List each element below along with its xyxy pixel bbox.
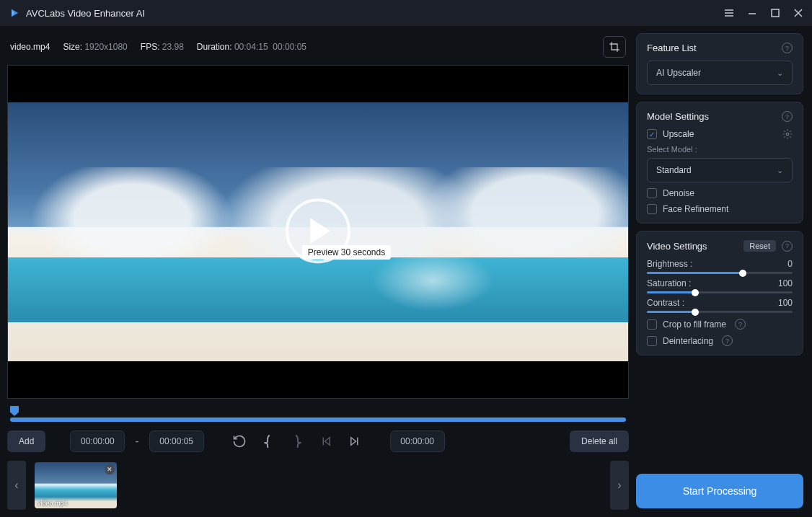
timeline-track[interactable]: [10, 417, 626, 422]
feature-list-panel: Feature List ? AI Upscaler ⌄: [636, 33, 803, 94]
app-logo-icon: [9, 7, 20, 19]
svg-point-1: [786, 133, 789, 136]
timeline-marker[interactable]: [10, 406, 19, 416]
add-button[interactable]: Add: [7, 430, 45, 452]
thumbs-next-button[interactable]: ›: [610, 461, 629, 510]
deinterlace-row[interactable]: Deinterlacing ?: [647, 335, 793, 346]
face-refinement-label: Face Refinement: [663, 204, 728, 214]
deinterlace-help-icon[interactable]: ?: [722, 335, 733, 346]
start-processing-button[interactable]: Start Processing: [636, 474, 803, 508]
prev-frame-icon[interactable]: [315, 430, 337, 452]
thumbnail-label: video.mp4: [37, 500, 68, 507]
model-settings-panel: Model Settings ? Upscale Select Model : …: [636, 102, 803, 224]
upscale-checkbox[interactable]: [647, 129, 657, 139]
next-frame-icon[interactable]: [344, 430, 366, 452]
crop-fill-checkbox[interactable]: [647, 319, 657, 330]
file-name: video.mp4: [10, 42, 50, 52]
saturation-slider[interactable]: [647, 291, 793, 293]
saturation-value: 100: [778, 278, 793, 288]
play-icon: [310, 218, 330, 244]
video-help-icon[interactable]: ?: [782, 241, 793, 252]
thumbnail-close-icon[interactable]: ✕: [105, 464, 115, 474]
face-refinement-row[interactable]: Face Refinement: [647, 204, 793, 214]
upscale-label: Upscale: [663, 129, 694, 139]
chevron-down-icon: ⌄: [777, 69, 783, 78]
close-button[interactable]: [793, 8, 803, 18]
video-settings-title: Video Settings: [647, 241, 707, 252]
model-help-icon[interactable]: ?: [782, 111, 793, 122]
menu-button[interactable]: [724, 8, 734, 18]
titlebar: AVCLabs Video Enhancer AI: [0, 0, 812, 26]
fps-label: FPS:: [141, 42, 160, 52]
thumbnails-row: ‹ ✕ video.mp4 ›: [7, 461, 629, 510]
denoise-checkbox[interactable]: [647, 188, 657, 198]
timeline: [7, 399, 629, 422]
thumbs-prev-button[interactable]: ‹: [7, 461, 26, 510]
face-refinement-checkbox[interactable]: [647, 204, 657, 214]
crop-fill-row[interactable]: Crop to fill frame ?: [647, 319, 793, 330]
app-title: AVCLabs Video Enhancer AI: [26, 8, 145, 19]
deinterlace-label: Deinterlacing: [663, 336, 713, 346]
svg-rect-0: [772, 9, 779, 17]
feature-help-icon[interactable]: ?: [782, 43, 793, 53]
reset-button[interactable]: Reset: [743, 240, 776, 252]
model-selected: Standard: [656, 165, 692, 175]
video-preview[interactable]: Preview 30 seconds: [7, 65, 629, 399]
playback-controls: Add - Delete all: [7, 430, 629, 452]
saturation-label: Saturation :: [647, 278, 691, 288]
crop-fill-label: Crop to fill frame: [663, 319, 726, 330]
model-settings-title: Model Settings: [647, 111, 709, 122]
brightness-label: Brightness :: [647, 259, 692, 269]
timestamp-value: 00:00:05: [273, 42, 306, 52]
contrast-slider[interactable]: [647, 311, 793, 313]
deinterlace-checkbox[interactable]: [647, 336, 657, 346]
thumbnail-item[interactable]: ✕ video.mp4: [35, 462, 117, 508]
size-value: 1920x1080: [84, 42, 127, 52]
feature-list-title: Feature List: [647, 43, 697, 53]
video-settings-panel: Video Settings Reset ? Brightness :0 Sat…: [636, 231, 803, 355]
select-model-label: Select Model :: [647, 145, 793, 154]
loop-icon[interactable]: [229, 430, 250, 452]
maximize-button[interactable]: [770, 8, 780, 18]
current-time-input[interactable]: [390, 430, 445, 452]
out-time-input[interactable]: [149, 430, 204, 452]
preview-tooltip: Preview 30 seconds: [302, 245, 391, 260]
brightness-value: 0: [787, 259, 793, 269]
main-column: video.mp4 Size: 1920x1080 FPS: 23.98 Dur…: [0, 26, 636, 517]
minimize-button[interactable]: [747, 8, 757, 18]
model-dropdown[interactable]: Standard ⌄: [647, 158, 793, 182]
brightness-slider[interactable]: [647, 272, 793, 274]
feature-selected: AI Upscaler: [656, 68, 701, 78]
contrast-label: Contrast :: [647, 298, 684, 308]
denoise-label: Denoise: [663, 188, 694, 198]
in-time-input[interactable]: [70, 430, 125, 452]
contrast-value: 100: [778, 298, 793, 308]
fps-value: 23.98: [162, 42, 184, 52]
upscale-gear-icon[interactable]: [782, 129, 793, 139]
crop-button[interactable]: [603, 36, 626, 58]
delete-all-button[interactable]: Delete all: [570, 430, 629, 452]
bracket-out-icon[interactable]: [286, 430, 308, 452]
bracket-in-icon[interactable]: [257, 430, 279, 452]
feature-dropdown[interactable]: AI Upscaler ⌄: [647, 61, 793, 85]
settings-column: Feature List ? AI Upscaler ⌄ Model Setti…: [636, 26, 812, 517]
size-label: Size:: [63, 42, 82, 52]
time-separator: -: [132, 435, 141, 448]
denoise-row[interactable]: Denoise: [647, 188, 793, 198]
duration-value: 00:04:15: [234, 42, 268, 52]
crop-help-icon[interactable]: ?: [735, 319, 746, 330]
file-info-bar: video.mp4 Size: 1920x1080 FPS: 23.98 Dur…: [7, 33, 629, 65]
duration-label: Duration:: [197, 42, 232, 52]
chevron-down-icon: ⌄: [777, 166, 783, 175]
